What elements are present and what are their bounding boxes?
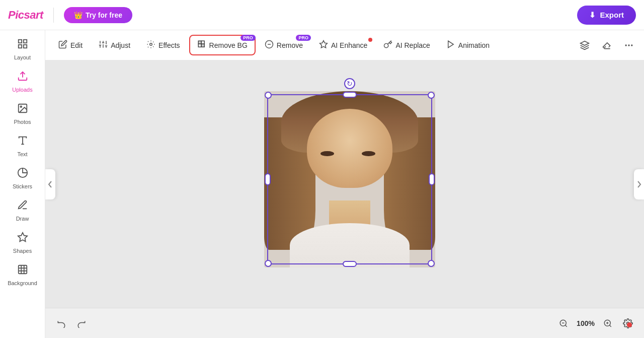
sidebar-item-draw[interactable]: Draw <box>5 195 41 226</box>
remove-bg-pro-badge: PRO <box>240 35 256 41</box>
canvas-area[interactable]: ↻ <box>45 60 644 308</box>
photos-label: Photos <box>14 119 31 125</box>
svg-rect-2 <box>18 45 21 48</box>
export-icon: ⬇ <box>589 11 596 20</box>
sidebar-item-shapes[interactable]: Shapes <box>5 228 41 258</box>
adjust-label: Adjust <box>111 41 130 49</box>
svg-rect-28 <box>201 44 204 47</box>
svg-rect-10 <box>18 265 27 274</box>
svg-rect-25 <box>198 41 201 44</box>
export-button[interactable]: ⬇ Export <box>577 6 636 25</box>
adjust-button[interactable]: Adjust <box>92 36 137 54</box>
settings-notification-dot <box>627 322 632 327</box>
ai-replace-button[interactable]: AI Replace <box>376 36 437 54</box>
try-free-button[interactable]: 👑 Try for free <box>64 7 132 23</box>
undo-redo-controls <box>53 315 90 331</box>
undo-button[interactable] <box>53 315 69 331</box>
edit-icon <box>58 40 67 50</box>
svg-rect-1 <box>23 40 26 43</box>
face <box>307 109 392 188</box>
svg-rect-0 <box>18 40 21 43</box>
layout-label: Layout <box>14 54 31 60</box>
sidebar-item-background[interactable]: Background <box>5 260 41 290</box>
bottom-bar: 100% <box>45 308 644 338</box>
remove-bg-icon <box>197 40 206 50</box>
animation-icon <box>446 40 455 50</box>
ai-enhance-icon <box>319 40 328 50</box>
sidebar-item-photos[interactable]: Photos <box>5 99 41 129</box>
stickers-label: Stickers <box>13 183 32 189</box>
adjust-icon <box>99 40 108 50</box>
draw-icon <box>17 199 28 214</box>
image-canvas <box>264 91 435 267</box>
stickers-icon <box>17 167 28 181</box>
ai-enhance-dot <box>368 38 372 42</box>
logo: Picsart <box>8 9 43 22</box>
uploads-label: Uploads <box>12 87 32 93</box>
shapes-label: Shapes <box>13 248 32 254</box>
svg-line-40 <box>609 325 611 326</box>
zoom-out-button[interactable] <box>555 315 572 331</box>
animation-button[interactable]: Animation <box>439 36 497 54</box>
sidebar-item-layout[interactable]: Layout <box>5 34 41 64</box>
effects-button[interactable]: Effects <box>139 36 187 54</box>
header: Picsart 👑 Try for free ⬇ Export <box>0 0 644 30</box>
remove-button[interactable]: Remove PRO <box>258 36 310 54</box>
svg-point-24 <box>150 43 152 46</box>
svg-rect-3 <box>23 45 26 48</box>
animation-label: Animation <box>458 41 490 49</box>
svg-point-34 <box>628 45 629 46</box>
svg-point-6 <box>20 106 22 107</box>
remove-bg-button[interactable]: Remove BG PRO <box>189 35 256 55</box>
zoom-controls: 100% <box>555 315 636 331</box>
remove-bg-label: Remove BG <box>209 41 248 49</box>
svg-marker-31 <box>319 41 327 48</box>
canvas-wrapper: ↻ <box>249 86 440 283</box>
svg-point-35 <box>631 45 632 46</box>
crown-icon: 👑 <box>74 11 83 19</box>
remove-pro-badge: PRO <box>296 35 311 41</box>
left-collapse-handle[interactable] <box>45 169 55 199</box>
remove-label: Remove <box>277 41 303 49</box>
text-label: Text <box>17 151 27 157</box>
rotate-handle: ↻ <box>344 78 355 89</box>
header-divider <box>53 8 54 23</box>
edit-label: Edit <box>70 41 83 49</box>
effects-icon <box>146 40 155 50</box>
svg-point-33 <box>625 45 626 46</box>
svg-rect-26 <box>201 41 204 44</box>
more-button[interactable] <box>620 36 638 54</box>
shapes-icon <box>17 232 28 246</box>
toolbar-row: Edit Adjust <box>45 30 644 60</box>
effects-label: Effects <box>158 41 180 49</box>
sidebar-item-text[interactable]: Text <box>5 131 41 161</box>
sidebar-item-stickers[interactable]: Stickers <box>5 163 41 193</box>
uploads-icon <box>17 71 28 85</box>
background-label: Background <box>8 280 37 286</box>
sidebar-item-uploads[interactable]: Uploads <box>5 66 41 97</box>
ai-enhance-label: AI Enhance <box>331 41 367 49</box>
layout-icon <box>17 38 28 52</box>
remove-icon <box>265 40 274 50</box>
redo-button[interactable] <box>73 315 90 331</box>
edit-button[interactable]: Edit <box>51 36 90 54</box>
ai-replace-label: AI Replace <box>395 41 430 49</box>
eraser-button[interactable] <box>598 36 616 54</box>
ai-enhance-button[interactable]: AI Enhance <box>312 36 374 54</box>
zoom-in-button[interactable] <box>600 315 616 331</box>
eye-left <box>320 151 334 157</box>
svg-marker-9 <box>18 233 27 241</box>
try-free-label: Try for free <box>86 11 122 19</box>
header-left: Picsart 👑 Try for free <box>8 7 132 23</box>
eye-right <box>362 151 375 157</box>
svg-line-37 <box>565 325 567 326</box>
svg-marker-32 <box>581 41 589 45</box>
photos-icon <box>17 103 28 117</box>
zoom-level: 100% <box>576 319 596 327</box>
sidebar: Layout Uploads Photos <box>0 30 45 338</box>
layers-button[interactable] <box>576 36 594 54</box>
right-collapse-handle[interactable] <box>634 169 644 199</box>
svg-rect-27 <box>198 44 201 47</box>
toolbar-right <box>576 36 638 54</box>
export-label: Export <box>600 11 624 19</box>
